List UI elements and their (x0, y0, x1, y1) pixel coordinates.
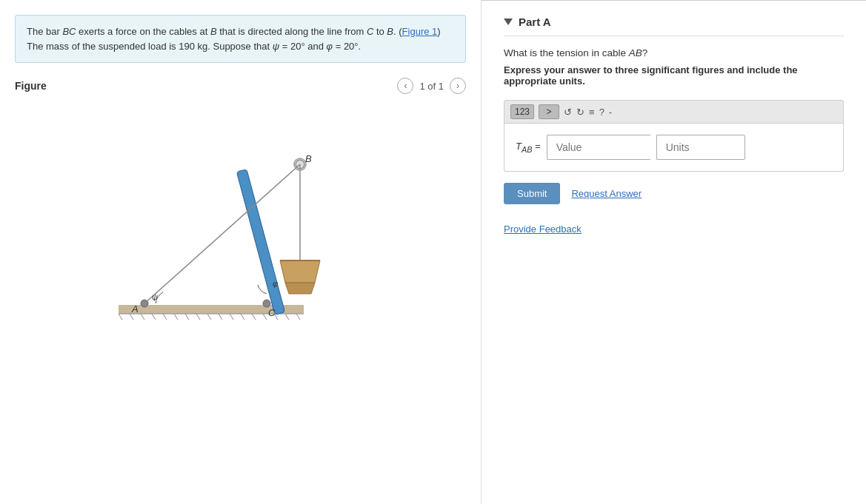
value-input[interactable] (547, 135, 650, 160)
provide-feedback-section: Provide Feedback (504, 223, 844, 235)
svg-line-15 (263, 314, 267, 320)
answer-area: TAB = (504, 124, 844, 172)
figure-page-indicator: 1 of 1 (419, 81, 444, 92)
prev-figure-button[interactable]: ‹ (397, 78, 413, 94)
collapse-icon[interactable] (504, 19, 513, 25)
svg-line-12 (230, 314, 233, 320)
instruction-text: Express your answer to three significant… (504, 64, 844, 87)
action-row: Submit Request Answer (504, 183, 844, 204)
svg-line-6 (163, 314, 167, 320)
answer-label: TAB = (516, 141, 541, 154)
next-figure-button[interactable]: › (450, 78, 466, 94)
svg-text:ψ: ψ (152, 292, 158, 301)
svg-line-2 (119, 314, 122, 320)
numeric-button[interactable]: 123 (510, 104, 534, 119)
svg-line-11 (219, 314, 222, 320)
svg-line-8 (185, 314, 189, 320)
format-icon[interactable]: ≡ (589, 107, 595, 118)
svg-line-13 (241, 314, 244, 320)
symbol-button[interactable]: > (539, 104, 559, 119)
svg-marker-26 (285, 283, 315, 294)
svg-line-5 (152, 314, 156, 320)
svg-line-4 (141, 314, 144, 320)
left-panel: The bar BC exerts a force on the cables … (0, 0, 482, 504)
svg-text:C: C (268, 307, 276, 318)
svg-rect-21 (236, 169, 284, 315)
svg-line-18 (296, 314, 300, 320)
part-label: Part A (519, 16, 551, 28)
problem-text: The bar BC exerts a force on the cables … (27, 26, 441, 52)
redo-icon[interactable]: ↻ (576, 107, 584, 118)
right-panel: Part A What is the tension in cable AB? … (482, 0, 866, 504)
svg-line-17 (285, 314, 289, 320)
submit-button[interactable]: Submit (504, 183, 560, 204)
problem-description: The bar BC exerts a force on the cables … (15, 15, 466, 63)
svg-line-9 (196, 314, 200, 320)
equals-sign: = (535, 141, 541, 152)
help-icon[interactable]: ? (599, 107, 604, 118)
svg-point-20 (263, 300, 270, 307)
provide-feedback-button[interactable]: Provide Feedback (504, 224, 582, 235)
figure-canvas: ψ φ A B C (15, 101, 466, 338)
svg-marker-25 (280, 261, 320, 283)
svg-text:A: A (131, 303, 139, 315)
answer-row: TAB = (516, 135, 832, 160)
svg-line-14 (252, 314, 256, 320)
request-answer-button[interactable]: Request Answer (571, 188, 642, 199)
figure-svg: ψ φ A B C (81, 116, 400, 338)
minus-icon[interactable]: - (609, 107, 612, 118)
figure-navigation: ‹ 1 of 1 › (397, 78, 466, 94)
answer-label-subscript: AB (522, 145, 532, 154)
question-text: What is the tension in cable AB? (504, 47, 844, 58)
svg-line-3 (130, 314, 133, 320)
part-header: Part A (504, 16, 844, 36)
undo-icon[interactable]: ↺ (564, 107, 572, 118)
svg-line-10 (207, 314, 211, 320)
figure-link[interactable]: Figure 1 (402, 26, 438, 37)
figure-label: Figure (15, 80, 47, 92)
svg-line-7 (174, 314, 178, 320)
answer-toolbar: 123 > ↺ ↻ ≡ ? - (504, 100, 844, 124)
svg-text:B: B (305, 153, 312, 164)
svg-text:φ: φ (273, 279, 278, 288)
units-input[interactable] (656, 135, 745, 160)
figure-header: Figure ‹ 1 of 1 › (15, 78, 466, 94)
